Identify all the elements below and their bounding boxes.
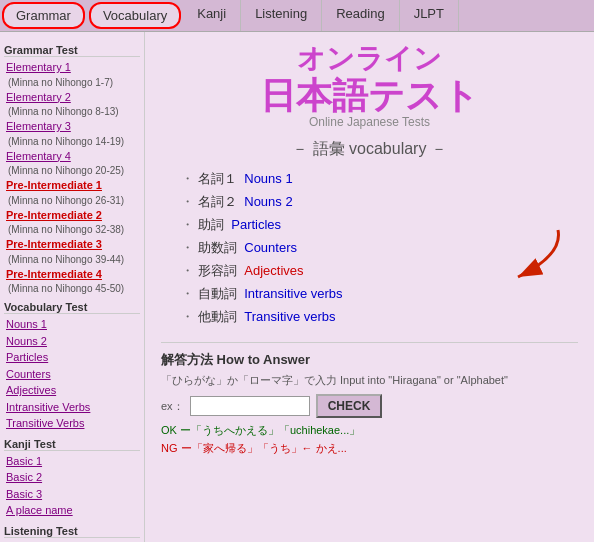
vocab-jp-particles: 助詞	[198, 217, 224, 232]
how-to-section: 解答方法 How to Answer 「ひらがな」か「ローマ字」で入力 Inpu…	[161, 342, 578, 457]
sidebar-pre-intermediate3[interactable]: Pre-Intermediate 3	[4, 236, 140, 253]
sidebar-elementary1[interactable]: Elementary 1	[4, 59, 140, 76]
sidebar-intransitive-verbs[interactable]: Intransitive Verbs	[4, 399, 140, 416]
vocab-link-intransitive[interactable]: Intransitive verbs	[244, 286, 342, 301]
vocab-link-nouns2[interactable]: Nouns 2	[244, 194, 292, 209]
sidebar-place-name[interactable]: A place name	[4, 502, 140, 519]
vocab-link-nouns1[interactable]: Nouns 1	[244, 171, 292, 186]
sidebar-particles[interactable]: Particles	[4, 349, 140, 366]
vocab-item-transitive[interactable]: 他動詞 Transitive verbs	[181, 308, 578, 326]
nav-grammar[interactable]: Grammar	[2, 2, 85, 29]
sidebar-pre-intermediate4[interactable]: Pre-Intermediate 4	[4, 266, 140, 283]
sidebar-elementary4-sub: (Minna no Nihongo 20-25)	[4, 165, 124, 176]
sidebar-pre-intermediate2-sub: (Minna no Nihongo 32-38)	[4, 224, 124, 235]
feedback-ok: OK ー「うちへかえる」「uchihekae...」	[161, 422, 578, 440]
feedback-ng: NG ー「家へ帰る」「うち」← かえ...	[161, 440, 578, 458]
vocab-list-container: 名詞１ Nouns 1 名詞２ Nouns 2 助詞 Particles 助数詞…	[161, 170, 578, 326]
nav-kanji[interactable]: Kanji	[183, 0, 241, 31]
how-to-title: 解答方法 How to Answer	[161, 351, 578, 369]
answer-input[interactable]	[190, 396, 310, 416]
vocab-item-particles[interactable]: 助詞 Particles	[181, 216, 578, 234]
grammar-section-title: Grammar Test	[4, 44, 140, 57]
vocab-item-counters[interactable]: 助数詞 Counters	[181, 239, 578, 257]
sidebar-pre-intermediate4-sub: (Minna no Nihongo 45-50)	[4, 283, 124, 294]
sidebar: Grammar Test Elementary 1 (Minna no Niho…	[0, 32, 145, 542]
vocab-jp-nouns2: 名詞２	[198, 194, 237, 209]
sidebar-basic1[interactable]: Basic 1	[4, 453, 140, 470]
vocab-list: 名詞１ Nouns 1 名詞２ Nouns 2 助詞 Particles 助数詞…	[161, 170, 578, 326]
vocab-jp-intransitive: 自動詞	[198, 286, 237, 301]
vocab-jp-counters: 助数詞	[198, 240, 237, 255]
answer-feedback: OK ー「うちへかえる」「uchihekae...」 NG ー「家へ帰る」「うち…	[161, 422, 578, 457]
listening-section-title: Listening Test	[4, 525, 140, 538]
title-line2: 日本語テスト	[161, 76, 578, 116]
nav-jlpt[interactable]: JLPT	[400, 0, 459, 31]
sidebar-elementary2[interactable]: Elementary 2	[4, 89, 140, 106]
check-button[interactable]: CHECK	[316, 394, 383, 418]
sidebar-elementary1-sub: (Minna no Nihongo 1-7)	[4, 77, 113, 88]
vocab-link-particles[interactable]: Particles	[231, 217, 281, 232]
sidebar-elementary3-sub: (Minna no Nihongo 14-19)	[4, 136, 124, 147]
sidebar-nouns2[interactable]: Nouns 2	[4, 333, 140, 350]
vocab-link-adjectives[interactable]: Adjectives	[244, 263, 303, 278]
vocab-item-intransitive[interactable]: 自動詞 Intransitive verbs	[181, 285, 578, 303]
sidebar-pre-intermediate3-sub: (Minna no Nihongo 39-44)	[4, 254, 124, 265]
vocab-jp-transitive: 他動詞	[198, 309, 237, 324]
sidebar-pre-intermediate1-sub: (Minna no Nihongo 26-31)	[4, 195, 124, 206]
sidebar-pre-intermediate1[interactable]: Pre-Intermediate 1	[4, 177, 140, 194]
vocab-jp-adjectives: 形容詞	[198, 263, 237, 278]
nav-listening[interactable]: Listening	[241, 0, 322, 31]
kanji-section-title: Kanji Test	[4, 438, 140, 451]
vocab-jp-nouns1: 名詞１	[198, 171, 237, 186]
sidebar-pre-intermediate2[interactable]: Pre-Intermediate 2	[4, 207, 140, 224]
sidebar-nouns1[interactable]: Nouns 1	[4, 316, 140, 333]
vocab-link-counters[interactable]: Counters	[244, 240, 297, 255]
sidebar-counters[interactable]: Counters	[4, 366, 140, 383]
vocab-item-nouns1[interactable]: 名詞１ Nouns 1	[181, 170, 578, 188]
content-area: オンライン 日本語テスト Online Japanese Tests － 語彙 …	[145, 32, 594, 542]
nav-reading[interactable]: Reading	[322, 0, 399, 31]
vocab-heading: － 語彙 vocabulary －	[161, 139, 578, 160]
nav-bar: Grammar Vocabulary Kanji Listening Readi…	[0, 0, 594, 32]
example-label: ex：	[161, 399, 184, 414]
sidebar-elementary3[interactable]: Elementary 3	[4, 118, 140, 135]
vocab-item-adjectives[interactable]: 形容詞 Adjectives	[181, 262, 578, 280]
sidebar-basic3[interactable]: Basic 3	[4, 486, 140, 503]
sidebar-elementary4[interactable]: Elementary 4	[4, 148, 140, 165]
subtitle: Online Japanese Tests	[161, 115, 578, 129]
sidebar-basic2[interactable]: Basic 2	[4, 469, 140, 486]
main-layout: Grammar Test Elementary 1 (Minna no Niho…	[0, 32, 594, 542]
sidebar-adjectives[interactable]: Adjectives	[4, 382, 140, 399]
how-to-desc: 「ひらがな」か「ローマ字」で入力 Input into "Hiragana" o…	[161, 373, 578, 388]
vocab-item-nouns2[interactable]: 名詞２ Nouns 2	[181, 193, 578, 211]
vocab-link-transitive[interactable]: Transitive verbs	[244, 309, 335, 324]
answer-row: ex： CHECK	[161, 394, 578, 418]
title-line1: オンライン	[161, 42, 578, 76]
sidebar-elementary2-sub: (Minna no Nihongo 8-13)	[4, 106, 119, 117]
vocab-section-title: Vocabulary Test	[4, 301, 140, 314]
sidebar-transitive-verbs[interactable]: Transitive Verbs	[4, 415, 140, 432]
nav-vocabulary[interactable]: Vocabulary	[89, 2, 181, 29]
